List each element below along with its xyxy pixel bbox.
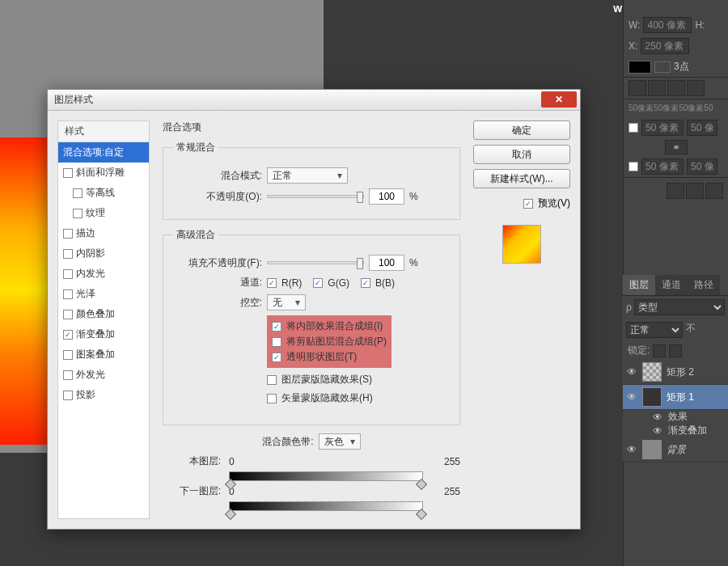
checkbox[interactable] (63, 289, 73, 299)
dialog-titlebar[interactable]: 图层样式 ✕ (48, 90, 580, 111)
channel-g[interactable]: G(G) (313, 277, 349, 289)
channels-label: 通道: (173, 276, 262, 289)
lock-row: 锁定: (623, 341, 728, 360)
blend-mode-select[interactable]: 正常 (267, 167, 348, 184)
checkbox[interactable] (63, 229, 73, 239)
corner-b-input[interactable] (687, 120, 717, 136)
layer-opacity-lbl: 不 (686, 322, 696, 338)
blend-interior-cb[interactable]: 将内部效果混合成组(I) (272, 319, 387, 333)
layer-fx-gradient[interactable]: 👁 渐变叠加 (623, 424, 728, 437)
layer-rect2[interactable]: 👁 矩形 2 (623, 360, 728, 385)
opacity-input[interactable] (369, 188, 404, 205)
x-input[interactable] (641, 38, 689, 54)
visibility-icon[interactable]: 👁 (626, 366, 637, 378)
dialog-title: 图层样式 (54, 93, 93, 107)
checkbox[interactable] (63, 350, 73, 360)
style-drop-shadow[interactable]: 投影 (58, 385, 149, 405)
checkbox[interactable] (63, 310, 73, 319)
visibility-icon[interactable]: 👁 (626, 391, 637, 403)
ramp-marker-black[interactable] (225, 509, 236, 520)
stroke-type-btn[interactable] (629, 80, 646, 96)
style-contour[interactable]: 等高线 (58, 183, 149, 203)
checkbox[interactable] (63, 370, 73, 380)
channel-b[interactable]: B(B) (361, 277, 395, 289)
panel-action-3[interactable] (705, 183, 723, 199)
percent-label: % (409, 191, 418, 202)
stroke-more-btn[interactable] (687, 80, 705, 96)
layer-style-dialog: 图层样式 ✕ 样式 混合选项:自定 斜面和浮雕 等高线 纹理 描边 内阴影 内发… (47, 89, 581, 530)
style-outer-glow[interactable]: 外发光 (58, 365, 149, 385)
layer-background[interactable]: 👁 背景 (623, 437, 728, 463)
general-legend: 常规混合 (173, 141, 218, 154)
layer-blend-select[interactable]: 正常 (626, 322, 683, 338)
style-list-header: 样式 (58, 121, 149, 142)
lock-pixels-icon[interactable] (653, 344, 666, 357)
panel-action-1[interactable] (667, 183, 684, 199)
style-stroke[interactable]: 描边 (58, 223, 149, 243)
style-texture[interactable]: 纹理 (58, 203, 149, 223)
transparency-shapes-cb[interactable]: 透明形状图层(T) (272, 350, 387, 364)
fill-swatch[interactable] (629, 61, 651, 74)
layer-thumb (642, 362, 662, 382)
checkbox[interactable] (63, 269, 73, 279)
style-gradient-overlay[interactable]: 渐变叠加 (58, 324, 149, 344)
style-bevel[interactable]: 斜面和浮雕 (58, 163, 149, 183)
corner-cb-a[interactable] (629, 123, 638, 133)
blend-clipped-cb[interactable]: 将剪贴图层混合成组(P) (272, 335, 387, 348)
layers-panel: 图层 通道 路径 ρ 类型 正常 不 锁定: 👁 矩形 2 👁 矩形 1 (623, 275, 728, 463)
ok-button[interactable]: 确定 (473, 120, 570, 140)
preview-checkbox[interactable]: 预览(V) (473, 196, 570, 210)
under-max: 255 (444, 486, 460, 497)
w-input[interactable] (643, 17, 692, 33)
tab-channels[interactable]: 通道 (655, 275, 688, 295)
style-inner-shadow[interactable]: 内阴影 (58, 243, 149, 264)
checkbox[interactable] (523, 199, 533, 209)
layer-mask-hides-cb[interactable]: 图层蒙版隐藏效果(S) (267, 373, 392, 386)
close-button[interactable]: ✕ (541, 91, 577, 108)
checkbox[interactable] (63, 168, 73, 178)
cancel-button[interactable]: 取消 (473, 145, 570, 164)
style-color-overlay[interactable]: 颜色叠加 (58, 304, 149, 324)
checkbox[interactable] (73, 209, 83, 218)
style-satin[interactable]: 光泽 (58, 284, 149, 304)
under-layer-ramp[interactable] (229, 501, 423, 511)
panel-action-2[interactable] (686, 183, 704, 199)
checkbox[interactable] (63, 391, 73, 400)
ramp-marker-white[interactable] (416, 509, 427, 520)
fill-opacity-slider[interactable] (267, 261, 364, 264)
checkbox[interactable] (63, 330, 73, 340)
checkbox[interactable] (63, 249, 73, 259)
new-style-button[interactable]: 新建样式(W)... (473, 169, 570, 188)
visibility-icon[interactable]: 👁 (652, 425, 663, 437)
blend-if-select[interactable]: 灰色 (319, 433, 361, 450)
join-btn[interactable] (667, 80, 685, 96)
corner-d-input[interactable] (687, 158, 717, 175)
tab-paths[interactable]: 路径 (688, 275, 720, 295)
tab-layers[interactable]: 图层 (623, 275, 655, 295)
visibility-icon[interactable]: 👁 (652, 412, 663, 423)
filter-select[interactable]: 类型 (634, 299, 725, 315)
layer-fx-row[interactable]: 👁 效果 (623, 410, 728, 424)
cap-btn[interactable] (648, 80, 666, 96)
knockout-select[interactable]: 无 (267, 294, 306, 310)
corner-c-input[interactable] (641, 158, 684, 175)
style-pattern-overlay[interactable]: 图案叠加 (58, 344, 149, 365)
panel-action-row (624, 177, 728, 204)
corner-a-input[interactable] (641, 120, 684, 136)
corner-cb-c[interactable] (629, 162, 638, 171)
link-corners-btn[interactable]: ⚭ (665, 140, 688, 154)
this-layer-ramp[interactable] (229, 471, 423, 481)
layer-thumb (642, 440, 662, 459)
vector-mask-hides-cb[interactable]: 矢量蒙版隐藏效果(H) (267, 391, 392, 405)
stroke-align[interactable] (654, 61, 671, 73)
layer-rect1[interactable]: 👁 矩形 1 (623, 385, 728, 410)
channel-r[interactable]: R(R) (267, 277, 302, 289)
stroke-swatch-row: 3点 (624, 57, 728, 77)
checkbox[interactable] (73, 188, 83, 198)
fill-opacity-input[interactable] (369, 255, 404, 271)
style-inner-glow[interactable]: 内发光 (58, 264, 149, 284)
style-blending-options[interactable]: 混合选项:自定 (58, 142, 149, 163)
lock-position-icon[interactable] (669, 344, 682, 357)
visibility-icon[interactable]: 👁 (626, 444, 637, 455)
opacity-slider[interactable] (267, 195, 364, 198)
